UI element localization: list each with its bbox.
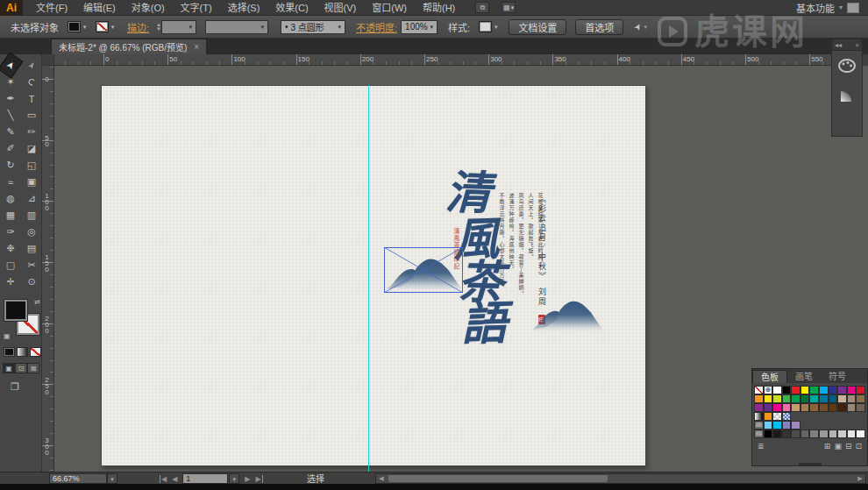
menu-item-6[interactable]: 视图(V) bbox=[317, 0, 365, 16]
color-panel-icon[interactable] bbox=[832, 51, 862, 81]
new-swatch-icon[interactable]: ⊡ bbox=[855, 442, 862, 451]
brush-definition-select[interactable]: • 3 点圆形▾ bbox=[281, 20, 345, 34]
preferences-button[interactable]: 首选项 bbox=[575, 19, 623, 35]
bridge-icon[interactable]: ⧉ bbox=[475, 2, 489, 13]
tab-色板[interactable]: 色板 bbox=[752, 370, 787, 383]
tab-画笔[interactable]: 画笔 bbox=[787, 370, 821, 383]
menu-item-4[interactable]: 选择(S) bbox=[220, 0, 268, 16]
symbol-sprayer-tool[interactable]: ❉ bbox=[0, 240, 21, 257]
stroke-weight-field[interactable]: ▾ bbox=[161, 20, 196, 34]
scroll-left-icon[interactable]: ◀ bbox=[376, 474, 387, 483]
pen-tool[interactable]: ✒ bbox=[0, 90, 21, 107]
drawing-mode-1[interactable]: ⊡ bbox=[15, 363, 27, 373]
perspective-grid-tool[interactable]: ⊿ bbox=[21, 190, 42, 207]
rectangle-tool[interactable]: ▭ bbox=[21, 107, 42, 124]
swatch-color[interactable] bbox=[764, 421, 773, 430]
tab-符号[interactable]: 符号 bbox=[821, 370, 854, 383]
swatch-color[interactable] bbox=[764, 403, 773, 412]
guide-line[interactable] bbox=[368, 85, 369, 472]
menu-item-7[interactable]: 窗口(W) bbox=[364, 0, 415, 16]
drawing-mode-0[interactable]: ▣ bbox=[3, 363, 15, 373]
swatch-color[interactable] bbox=[782, 430, 792, 438]
close-icon[interactable]: × bbox=[194, 42, 199, 52]
prev-artboard-icon[interactable]: ◀ bbox=[172, 475, 177, 483]
last-artboard-icon[interactable]: ▶ bbox=[255, 475, 262, 483]
slice-tool[interactable]: ✂ bbox=[21, 257, 42, 273]
stroke-color-swatch[interactable] bbox=[96, 21, 109, 32]
fill-dropdown-icon[interactable]: ▾ bbox=[81, 21, 89, 32]
swatch-color[interactable] bbox=[791, 386, 800, 394]
swatch-color[interactable] bbox=[800, 430, 810, 438]
gradient-panel-icon[interactable] bbox=[832, 81, 862, 110]
swatch-color[interactable] bbox=[809, 394, 819, 403]
swatch-color[interactable] bbox=[800, 403, 810, 412]
menu-item-0[interactable]: 文件(F) bbox=[28, 0, 75, 16]
type-tool[interactable]: T bbox=[21, 90, 42, 107]
swatch-color[interactable] bbox=[847, 403, 857, 412]
swatch-color[interactable] bbox=[856, 430, 865, 438]
opacity-link[interactable]: 不透明度: bbox=[356, 20, 397, 34]
document-tab[interactable]: 未标题-2* @ 66.67% (RGB/预览) × bbox=[51, 39, 207, 54]
scrollbar-thumb[interactable] bbox=[388, 475, 608, 482]
free-transform-tool[interactable]: ▣ bbox=[21, 174, 42, 190]
horizontal-ruler[interactable]: 050100150200250300350400450500550 bbox=[54, 54, 831, 66]
first-artboard-icon[interactable]: ◀ bbox=[160, 475, 167, 483]
color-button[interactable] bbox=[4, 347, 15, 357]
gradient-tool[interactable]: ▥ bbox=[21, 207, 42, 224]
blob-brush-tool[interactable]: ✐ bbox=[0, 140, 21, 157]
width-profile-select[interactable]: ▾ bbox=[205, 20, 268, 34]
swap-fill-stroke-icon[interactable]: ⇄ bbox=[34, 298, 40, 306]
scale-tool[interactable]: ◱ bbox=[21, 157, 42, 174]
blend-tool[interactable]: ◎ bbox=[21, 224, 42, 240]
artboard[interactable]: 清風茶語 清風茶語印記 《彩云追月／中秋》 刘周 印 花在此时落，月在此时圆。人… bbox=[101, 85, 646, 466]
style-dropdown-icon[interactable]: ▾ bbox=[492, 21, 500, 32]
swatch-color[interactable] bbox=[754, 394, 764, 403]
cs-live-icon[interactable] bbox=[847, 3, 859, 13]
swatch-color[interactable] bbox=[847, 430, 857, 438]
zoom-field[interactable]: 66.67% bbox=[49, 473, 107, 484]
swatch-color[interactable] bbox=[772, 403, 782, 412]
swatch-color[interactable] bbox=[856, 403, 865, 412]
artboard-tool[interactable]: ▢ bbox=[0, 257, 21, 273]
canvas[interactable]: 清風茶語 清風茶語印記 《彩云追月／中秋》 刘周 印 花在此时落，月在此时圆。人… bbox=[54, 66, 868, 472]
hand-tool[interactable]: ✛ bbox=[0, 273, 21, 290]
menu-item-1[interactable]: 编辑(E) bbox=[75, 0, 124, 16]
swatch-color[interactable] bbox=[809, 386, 819, 394]
swatch-color[interactable] bbox=[791, 403, 800, 412]
libraries-menu-icon[interactable]: ≣ bbox=[758, 442, 765, 451]
swatch-color[interactable] bbox=[809, 430, 819, 438]
stroke-dropdown-icon[interactable]: ▾ bbox=[109, 21, 117, 32]
swatch-color[interactable] bbox=[856, 394, 865, 403]
menu-item-3[interactable]: 文字(T) bbox=[173, 0, 220, 16]
opacity-field[interactable]: 100%▾ bbox=[401, 20, 438, 34]
drawing-mode-2[interactable]: ⊠ bbox=[27, 363, 39, 373]
expand-panels-icon[interactable]: ◂◂ bbox=[835, 41, 842, 49]
document-setup-button[interactable]: 文档设置 bbox=[509, 19, 566, 35]
swatch-color[interactable] bbox=[847, 386, 857, 394]
zoom-tool[interactable]: ⊙ bbox=[21, 273, 42, 290]
swatch-color[interactable] bbox=[791, 394, 800, 403]
close-dock-icon[interactable]: × bbox=[855, 41, 859, 49]
gradient-button[interactable] bbox=[17, 347, 28, 357]
swatch-group-folder[interactable] bbox=[754, 421, 764, 430]
swatch-options-icon[interactable]: ▣ bbox=[834, 442, 842, 451]
swatch-pattern[interactable] bbox=[782, 412, 792, 421]
swatch-color[interactable] bbox=[791, 421, 800, 430]
rotate-tool[interactable]: ↻ bbox=[0, 157, 21, 174]
eyedropper-tool[interactable]: ✑ bbox=[0, 224, 21, 240]
stroke-link[interactable]: 描边: bbox=[127, 20, 149, 34]
scroll-right-icon[interactable]: ▶ bbox=[855, 474, 865, 483]
swatch-color[interactable] bbox=[819, 394, 829, 403]
horizontal-scrollbar[interactable]: ◀ ▶ bbox=[375, 473, 866, 484]
default-fill-stroke-icon[interactable]: ▣ bbox=[4, 332, 11, 340]
swatch-color[interactable] bbox=[837, 403, 847, 412]
menu-item-2[interactable]: 对象(O) bbox=[124, 0, 173, 16]
swatch-color[interactable] bbox=[800, 386, 810, 394]
swatch-color[interactable] bbox=[837, 430, 847, 438]
screen-mode-button[interactable]: ❐ bbox=[7, 380, 23, 393]
swatch-group-folder[interactable] bbox=[754, 430, 764, 438]
swatch-color[interactable] bbox=[764, 394, 773, 403]
swatch-color[interactable] bbox=[829, 430, 838, 438]
swatch-color[interactable] bbox=[829, 386, 838, 394]
swatch-color[interactable] bbox=[856, 386, 865, 394]
